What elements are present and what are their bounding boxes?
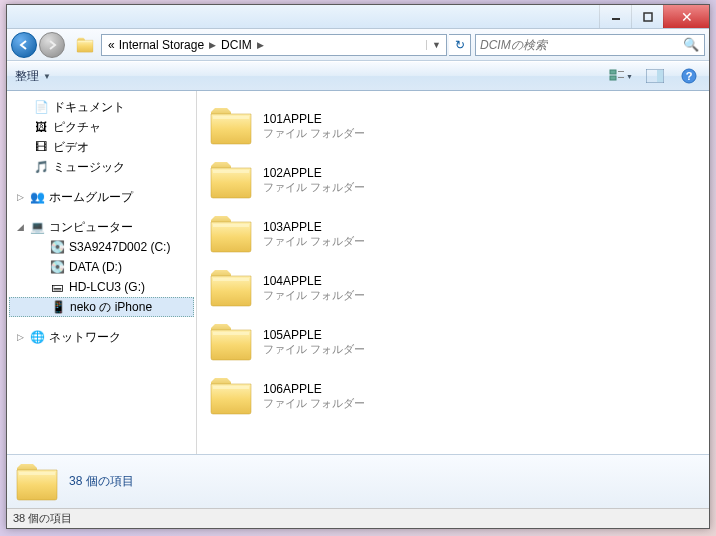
search-icon[interactable]: 🔍 [678, 37, 704, 52]
organize-menu[interactable]: 整理 [15, 68, 43, 85]
help-button[interactable]: ? [677, 65, 701, 87]
tree-drive-c[interactable]: 💽S3A9247D002 (C:) [9, 237, 194, 257]
document-icon: 📄 [33, 99, 49, 115]
collapse-icon[interactable]: ◢ [15, 222, 25, 232]
address-folder-icon [75, 37, 95, 53]
item-type: ファイル フォルダー [263, 234, 365, 249]
search-input[interactable] [476, 38, 678, 52]
folder-icon [209, 160, 253, 200]
svg-rect-1 [644, 13, 652, 21]
drive-ext-icon: 🖴 [49, 279, 65, 295]
search-box[interactable]: 🔍 [475, 34, 705, 56]
nav-tree[interactable]: 📄ドキュメント 🖼ピクチャ 🎞ビデオ 🎵ミュージック ▷👥ホームグループ ◢💻コ… [7, 91, 197, 454]
chevron-down-icon[interactable]: ▼ [43, 72, 51, 81]
folder-icon [209, 322, 253, 362]
preview-pane-button[interactable] [643, 65, 667, 87]
folder-icon [209, 106, 253, 146]
list-item[interactable]: 106APPLEファイル フォルダー [201, 369, 705, 423]
svg-rect-3 [610, 76, 616, 80]
list-item[interactable]: 102APPLEファイル フォルダー [201, 153, 705, 207]
command-bar: 整理 ▼ ▼ ? [7, 61, 709, 91]
details-pane: 38 個の項目 [7, 454, 709, 508]
minimize-button[interactable] [599, 5, 631, 28]
list-item[interactable]: 103APPLEファイル フォルダー [201, 207, 705, 261]
tree-network[interactable]: ▷🌐ネットワーク [9, 327, 194, 347]
tree-homegroup[interactable]: ▷👥ホームグループ [9, 187, 194, 207]
refresh-button[interactable]: ↻ [449, 34, 471, 56]
homegroup-icon: 👥 [29, 189, 45, 205]
item-name: 105APPLE [263, 328, 365, 342]
explorer-window: ✕ « Internal Storage ▶ DCIM ▶ ▼ ↻ 🔍 整理 ▼ [6, 4, 710, 529]
svg-rect-5 [618, 77, 624, 78]
computer-icon: 💻 [29, 219, 45, 235]
item-name: 103APPLE [263, 220, 365, 234]
status-text: 38 個の項目 [13, 512, 72, 524]
pictures-icon: 🖼 [33, 119, 49, 135]
expand-icon[interactable]: ▷ [15, 332, 25, 342]
phone-icon: 📱 [50, 299, 66, 315]
item-type: ファイル フォルダー [263, 288, 365, 303]
item-name: 101APPLE [263, 112, 365, 126]
item-name: 104APPLE [263, 274, 365, 288]
folder-icon [15, 462, 59, 502]
list-item[interactable]: 105APPLEファイル フォルダー [201, 315, 705, 369]
svg-rect-4 [618, 71, 624, 72]
svg-rect-0 [612, 18, 620, 20]
tree-libraries-documents[interactable]: 📄ドキュメント [9, 97, 194, 117]
item-type: ファイル フォルダー [263, 342, 365, 357]
tree-computer[interactable]: ◢💻コンピューター [9, 217, 194, 237]
breadcrumb-seg[interactable]: Internal Storage [117, 38, 206, 52]
folder-icon [209, 214, 253, 254]
breadcrumb-root[interactable]: « [106, 38, 117, 52]
tree-drive-g[interactable]: 🖴HD-LCU3 (G:) [9, 277, 194, 297]
address-bar[interactable]: « Internal Storage ▶ DCIM ▶ ▼ [101, 34, 447, 56]
nav-bar: « Internal Storage ▶ DCIM ▶ ▼ ↻ 🔍 [7, 29, 709, 61]
network-icon: 🌐 [29, 329, 45, 345]
tree-drive-iphone[interactable]: 📱neko の iPhone [9, 297, 194, 317]
list-item[interactable]: 101APPLEファイル フォルダー [201, 99, 705, 153]
tree-libraries-videos[interactable]: 🎞ビデオ [9, 137, 194, 157]
back-button[interactable] [11, 32, 37, 58]
item-name: 102APPLE [263, 166, 365, 180]
folder-content[interactable]: 101APPLEファイル フォルダー102APPLEファイル フォルダー103A… [197, 91, 709, 454]
chevron-right-icon[interactable]: ▶ [206, 40, 219, 50]
tree-drive-d[interactable]: 💽DATA (D:) [9, 257, 194, 277]
tree-libraries-pictures[interactable]: 🖼ピクチャ [9, 117, 194, 137]
item-type: ファイル フォルダー [263, 126, 365, 141]
item-type: ファイル フォルダー [263, 396, 365, 411]
folder-icon [209, 376, 253, 416]
forward-button[interactable] [39, 32, 65, 58]
view-options-button[interactable]: ▼ [609, 65, 633, 87]
music-icon: 🎵 [33, 159, 49, 175]
folder-icon [209, 268, 253, 308]
breadcrumb-seg[interactable]: DCIM [219, 38, 254, 52]
close-button[interactable]: ✕ [663, 5, 709, 28]
drive-icon: 💽 [49, 239, 65, 255]
item-name: 106APPLE [263, 382, 365, 396]
chevron-right-icon[interactable]: ▶ [254, 40, 267, 50]
titlebar[interactable]: ✕ [7, 5, 709, 29]
item-type: ファイル フォルダー [263, 180, 365, 195]
drive-icon: 💽 [49, 259, 65, 275]
maximize-button[interactable] [631, 5, 663, 28]
videos-icon: 🎞 [33, 139, 49, 155]
svg-rect-2 [610, 70, 616, 74]
expand-icon[interactable]: ▷ [15, 192, 25, 202]
status-bar: 38 個の項目 [7, 508, 709, 528]
svg-text:?: ? [686, 70, 693, 82]
address-dropdown-icon[interactable]: ▼ [426, 40, 446, 50]
svg-rect-7 [657, 70, 663, 82]
body: 📄ドキュメント 🖼ピクチャ 🎞ビデオ 🎵ミュージック ▷👥ホームグループ ◢💻コ… [7, 91, 709, 454]
tree-libraries-music[interactable]: 🎵ミュージック [9, 157, 194, 177]
list-item[interactable]: 104APPLEファイル フォルダー [201, 261, 705, 315]
details-summary: 38 個の項目 [69, 473, 134, 490]
